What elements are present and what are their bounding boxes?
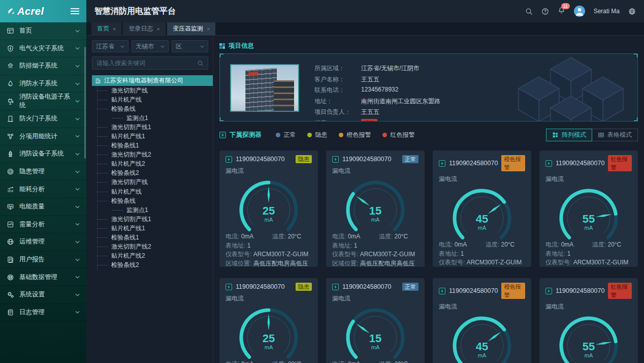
sidebar-item-smoke-control[interactable]: 防排烟子系统 (0, 57, 86, 75)
detector-card-2[interactable]: 11909024580070 橙色报警 漏电流 45 mA 电流: 0mA 温度… (433, 150, 531, 267)
sidebar-item-label: 日志管理 (19, 308, 45, 317)
chevron-down-icon (75, 258, 80, 261)
tree-node[interactable]: 检验条线 (98, 196, 208, 205)
sidebar-item-energy-stats[interactable]: 分项用能统计 (0, 128, 86, 146)
avatar[interactable] (574, 6, 585, 17)
sidebar-item-power-supply[interactable]: 消防设备电源子系统 (0, 93, 86, 110)
grid-mode-icon (552, 132, 559, 138)
mode-button-label: 表格模式 (607, 131, 632, 139)
user-name[interactable]: Serati Ma (594, 8, 620, 15)
gauge-needle (356, 323, 370, 333)
search-icon[interactable] (197, 60, 204, 67)
region-select-1[interactable]: 无锡市 (132, 40, 168, 52)
tab-2[interactable]: 变压器监测 × (167, 22, 215, 35)
sidebar-item-hazard[interactable]: 隐患管理 (0, 163, 86, 181)
tree-node[interactable]: 激光切割产线 (98, 178, 208, 187)
detector-card-5[interactable]: 11909024580070 正常 漏电流 15 mA 电流: 0mA 温度: … (326, 278, 425, 363)
current-value: 电流: 0mA (545, 240, 592, 250)
tab-1[interactable]: 登录日志 × (123, 22, 165, 35)
mode-button-array[interactable]: 阵列模式 (546, 129, 592, 141)
tree-node[interactable]: 监测点1 (98, 113, 208, 123)
leakage-gauge: 15 mA (335, 175, 415, 232)
sidebar-item-fire-water[interactable]: 消防水子系统 (0, 75, 86, 93)
tree-node[interactable]: 激光切割产线2 (98, 150, 208, 160)
fire-door-icon (7, 115, 14, 123)
leakage-gauge: 55 mA (549, 184, 629, 240)
menu-collapse-icon[interactable] (71, 8, 79, 14)
region-select-0[interactable]: 江苏省 (92, 40, 128, 52)
tree-node[interactable]: 监测点1 (98, 205, 208, 215)
metric-label: 漏电流 (332, 167, 418, 175)
tree-node[interactable]: 贴片机产线2 (98, 252, 208, 261)
tab-0[interactable]: 首页 × (91, 22, 121, 35)
tree-node[interactable]: 检验条线1 (98, 141, 208, 150)
sidebar-item-electric-fire[interactable]: 电气火灾子系统 (0, 40, 86, 58)
tree-node[interactable]: 检验条线2 (98, 261, 208, 270)
detector-card-3[interactable]: 11909024580070 红色报警 漏电流 55 mA 电流: 0mA 温度… (539, 150, 638, 267)
status-badge: 正常 (402, 283, 418, 291)
chevron-down-icon (75, 82, 80, 85)
sidebar-item-fire-door[interactable]: 防火门子系统 (0, 110, 86, 128)
gauge-value: 25 (263, 332, 275, 345)
current-value: 电流: 0mA (439, 240, 486, 250)
tab-bar: 首页 × 登录日志 × 变压器监测 × (86, 22, 644, 36)
tree-node[interactable]: 贴片机产线 (98, 95, 208, 104)
project-status-badge: 报警 (361, 119, 377, 122)
tree-children: 激光切割产线 贴片机产线 检验条线 监测点1 激光切割产线1 贴片机产线1 检验… (97, 86, 208, 270)
tree-node[interactable]: 激光切割产线1 (98, 215, 208, 224)
detector-card-6[interactable]: 11909024580070 橙色报警 漏电流 45 mA 电流: 0mA 温度… (433, 278, 531, 363)
tab-close-icon[interactable]: × (113, 26, 116, 32)
tree-node[interactable]: 激光切割产线1 (98, 123, 208, 132)
tree-search-input[interactable] (96, 59, 197, 67)
detector-card-4[interactable]: 11909024580070 隐患 漏电流 25 mA 电流: 0mA 温度: … (219, 278, 318, 363)
help-icon[interactable] (541, 8, 549, 15)
gauge-value: 25 (263, 204, 275, 217)
sidebar-item-fire-equipment[interactable]: 消防设备子系统 (0, 145, 86, 163)
sidebar-item-label: 电能质量 (19, 202, 45, 211)
table-mode-icon (598, 132, 604, 138)
sidebar-item-settings[interactable]: 系统设置 (0, 286, 86, 304)
tree-node[interactable]: 检验条线1 (98, 233, 208, 243)
tree-node[interactable]: 贴片机产线1 (98, 224, 208, 233)
tree-node[interactable]: 检验条线2 (98, 169, 208, 178)
chevron-down-icon (75, 293, 80, 296)
sidebar-item-base-data[interactable]: 基础数据管理 (0, 268, 86, 286)
tree-node[interactable]: 激光切割产线 (98, 86, 208, 95)
tab-close-icon[interactable]: × (156, 26, 159, 32)
mode-button-label: 阵列模式 (562, 131, 586, 139)
detector-card-0[interactable]: 11909024580070 隐患 漏电流 25 mA 电流: 0mA 温度: … (219, 150, 318, 267)
legend-item-隐患: 隐患 (307, 131, 328, 139)
sidebar-item-power-quality[interactable]: 电能质量 (0, 198, 86, 216)
legend-label: 正常 (284, 131, 296, 139)
tree-node[interactable]: 贴片机产线 (98, 187, 208, 196)
search-icon[interactable] (525, 8, 533, 15)
tree-node[interactable]: 激光切割产线2 (98, 243, 208, 252)
notifications[interactable]: 11 (558, 7, 565, 16)
sidebar-item-label: 电气火灾子系统 (19, 44, 64, 53)
sidebar-scrollbar[interactable] (84, 47, 86, 159)
project-field-label: 客户名称： (314, 75, 361, 84)
tree-root-company[interactable]: 江苏安科瑞电器制造有限公司 (92, 75, 213, 86)
gauge-unit: mA (371, 217, 380, 223)
meter-model: 仪表型号: ARCM300T-Z-GUIM (332, 250, 418, 259)
mode-button-table[interactable]: 表格模式 (592, 129, 638, 141)
sidebar-item-dashboard[interactable]: 首页 (0, 22, 86, 40)
region-select-2[interactable]: 区 (172, 40, 208, 52)
sidebar-item-ops[interactable]: 运维管理 (0, 233, 86, 251)
sidebar-item-energy-analysis[interactable]: 能耗分析 (0, 180, 86, 198)
language-globe-icon[interactable] (628, 8, 636, 15)
tree-node[interactable]: 检验条线 (98, 104, 208, 113)
sidebar-item-report[interactable]: 用户报告 (0, 251, 86, 269)
fire-equipment-icon (7, 150, 14, 158)
chevron-down-icon (75, 100, 80, 103)
building-icon (95, 78, 101, 84)
detector-card-1[interactable]: 11909024580070 正常 漏电流 15 mA 电流: 0mA 温度: … (326, 150, 425, 267)
sidebar-item-log[interactable]: 日志管理 (0, 304, 86, 322)
tab-close-icon[interactable]: × (207, 26, 210, 32)
tree-node[interactable]: 贴片机产线2 (98, 160, 208, 169)
sidebar-item-demand-analysis[interactable]: 需量分析 (0, 216, 86, 234)
tree-node[interactable]: 贴片机产线1 (98, 132, 208, 141)
detector-card-7[interactable]: 11909024580070 红色报警 漏电流 55 mA 电流: 0mA 温度… (539, 278, 638, 363)
gauge-value: 15 (369, 204, 381, 217)
project-field-value: 南闸街道南闸工业园区东盟路 (361, 97, 440, 106)
